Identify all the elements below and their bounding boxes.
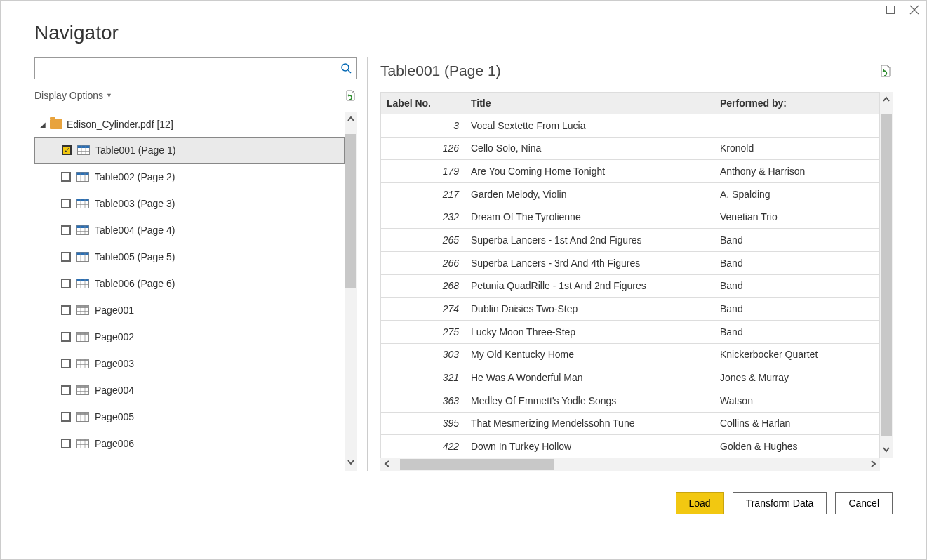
tree-item-label: Page004 xyxy=(95,385,134,396)
scroll-up-icon[interactable] xyxy=(882,95,891,105)
scroll-thumb[interactable] xyxy=(400,459,554,470)
tree-item-label: Page001 xyxy=(95,305,134,316)
page-icon xyxy=(76,385,89,395)
tree-item[interactable]: Page004 xyxy=(34,377,345,404)
cell-title: Petunia QuadRille - 1st And 2nd Figures xyxy=(465,274,714,298)
scroll-down-icon[interactable] xyxy=(347,458,355,468)
cell-title: That Mesmerizing Mendelssohn Tune xyxy=(465,412,714,435)
scroll-thumb[interactable] xyxy=(881,114,892,436)
maximize-icon[interactable] xyxy=(885,4,896,15)
cell-label-no: 268 xyxy=(381,274,465,298)
cell-title: Are You Coming Home Tonight xyxy=(465,160,714,183)
tree-item[interactable]: Page005 xyxy=(34,404,345,430)
svg-rect-46 xyxy=(77,359,89,362)
cell-label-no: 179 xyxy=(381,160,465,183)
scroll-right-icon[interactable] xyxy=(870,460,877,470)
table-row[interactable]: 321He Was A Wonderful ManJones & Murray xyxy=(381,366,880,389)
cell-performed-by: Band xyxy=(714,251,880,274)
table-row[interactable]: 395That Mesmerizing Mendelssohn TuneColl… xyxy=(381,412,880,435)
tree-scrollbar[interactable] xyxy=(345,112,357,471)
dialog-footer: Load Transform Data Cancel xyxy=(1,471,926,514)
checkbox[interactable] xyxy=(61,252,71,262)
cancel-button[interactable]: Cancel xyxy=(835,492,893,514)
table-row[interactable]: 274Dublin Daisies Two-StepBand xyxy=(381,298,880,321)
transform-data-button[interactable]: Transform Data xyxy=(733,492,827,514)
checkbox[interactable] xyxy=(61,305,71,315)
refresh-preview-icon[interactable] xyxy=(879,64,893,78)
table-row[interactable]: 268Petunia QuadRille - 1st And 2nd Figur… xyxy=(381,274,880,298)
search-box xyxy=(34,57,357,79)
tree-root[interactable]: ◢ Edison_Cylinder.pdf [12] xyxy=(34,112,345,137)
checkbox[interactable] xyxy=(61,359,71,368)
col-header-performed-by[interactable]: Performed by: xyxy=(714,93,880,114)
checkbox[interactable] xyxy=(61,439,71,448)
checkbox[interactable] xyxy=(61,172,71,182)
display-options-dropdown[interactable]: Display Options ▼ xyxy=(34,90,112,101)
checkbox[interactable] xyxy=(61,412,71,422)
scroll-down-icon[interactable] xyxy=(882,446,891,455)
checkbox[interactable] xyxy=(61,332,71,342)
refresh-tree-icon[interactable] xyxy=(345,89,357,102)
tree-item-label: Table005 (Page 5) xyxy=(95,251,175,262)
table-row[interactable]: 179Are You Coming Home TonightAnthony & … xyxy=(381,160,880,183)
table-row[interactable]: 3Vocal Sextette From Lucia xyxy=(381,114,880,138)
cell-title: Medley Of Emmett's Yodle Songs xyxy=(465,389,714,412)
table-row[interactable]: 422Down In Turkey HollowGolden & Hughes xyxy=(381,435,880,458)
col-header-label-no[interactable]: Label No. xyxy=(381,93,465,114)
cell-label-no: 217 xyxy=(381,182,465,206)
table-row[interactable]: 275Lucky Moon Three-StepBand xyxy=(381,320,880,343)
chevron-down-icon: ▼ xyxy=(106,92,112,99)
tree-item[interactable]: Page006 xyxy=(34,430,345,457)
table-row[interactable]: 217Garden Melody, ViolinA. Spalding xyxy=(381,182,880,206)
table-row[interactable]: 265Superba Lancers - 1st And 2nd Figures… xyxy=(381,229,880,252)
page-icon xyxy=(76,439,89,448)
grid-horizontal-scrollbar[interactable] xyxy=(380,458,880,471)
tree-item[interactable]: ✓Table001 (Page 1) xyxy=(34,137,345,164)
tree-item[interactable]: Table003 (Page 3) xyxy=(34,190,345,217)
cell-label-no: 275 xyxy=(381,320,465,343)
cell-title: Vocal Sextette From Lucia xyxy=(465,114,714,138)
checkbox[interactable] xyxy=(61,225,71,235)
search-icon[interactable] xyxy=(335,58,356,79)
checkbox[interactable]: ✓ xyxy=(62,145,72,155)
tree-item[interactable]: Table006 (Page 6) xyxy=(34,270,345,297)
checkbox[interactable] xyxy=(61,199,71,208)
checkbox[interactable] xyxy=(61,385,71,395)
col-header-title[interactable]: Title xyxy=(465,93,714,114)
cell-label-no: 303 xyxy=(381,343,465,366)
close-icon[interactable] xyxy=(909,4,920,15)
svg-rect-41 xyxy=(77,333,89,335)
tree-item-label: Page002 xyxy=(95,331,134,342)
tree-item[interactable]: Table002 (Page 2) xyxy=(34,164,345,190)
scroll-up-icon[interactable] xyxy=(347,114,355,124)
table-row[interactable]: 266Superba Lancers - 3rd And 4th Figures… xyxy=(381,251,880,274)
scroll-left-icon[interactable] xyxy=(383,460,390,470)
svg-rect-11 xyxy=(77,173,89,175)
cell-performed-by: Golden & Hughes xyxy=(714,435,880,458)
table-row[interactable]: 363Medley Of Emmett's Yodle SongsWatson xyxy=(381,389,880,412)
table-row[interactable]: 126Cello Solo, NinaKronold xyxy=(381,137,880,160)
table-row[interactable]: 232Dream Of The TyrolienneVenetian Trio xyxy=(381,206,880,229)
cell-title: Dublin Daisies Two-Step xyxy=(465,298,714,321)
scroll-thumb[interactable] xyxy=(345,134,356,288)
tree-item[interactable]: Table005 (Page 5) xyxy=(34,244,345,270)
cell-performed-by: Knickerbocker Quartet xyxy=(714,343,880,366)
checkbox[interactable] xyxy=(61,279,71,288)
grid-vertical-scrollbar[interactable] xyxy=(880,92,893,458)
load-button[interactable]: Load xyxy=(676,492,724,514)
page-icon xyxy=(76,332,89,342)
table-icon xyxy=(76,252,89,262)
tree-item[interactable]: Page003 xyxy=(34,350,345,377)
collapse-caret-icon[interactable]: ◢ xyxy=(40,121,46,128)
table-icon xyxy=(76,172,89,182)
cell-label-no: 363 xyxy=(381,389,465,412)
tree-item[interactable]: Page001 xyxy=(34,297,345,324)
search-input[interactable] xyxy=(35,58,335,79)
display-options-label: Display Options xyxy=(34,90,103,101)
table-row[interactable]: 303My Old Kentucky HomeKnickerbocker Qua… xyxy=(381,343,880,366)
cell-title: Lucky Moon Three-Step xyxy=(465,320,714,343)
svg-point-3 xyxy=(342,64,349,71)
tree-item-label: Table002 (Page 2) xyxy=(95,171,175,182)
tree-item[interactable]: Page002 xyxy=(34,324,345,350)
tree-item[interactable]: Table004 (Page 4) xyxy=(34,217,345,244)
